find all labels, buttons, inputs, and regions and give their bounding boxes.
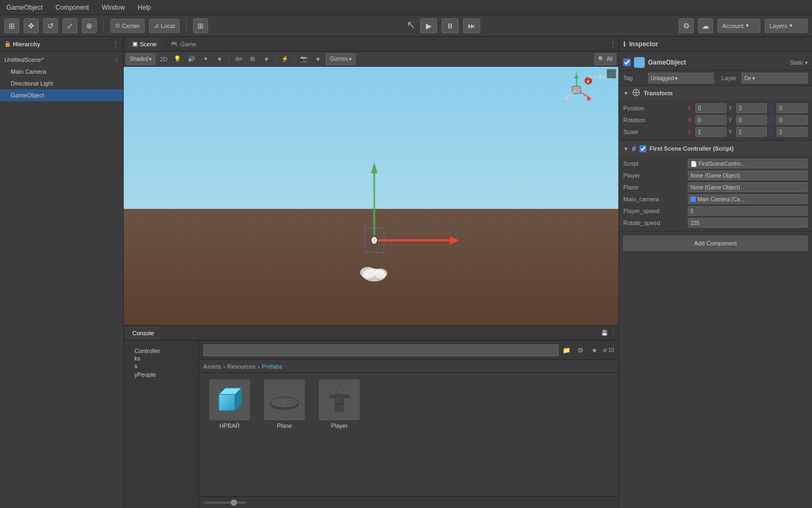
gizmos-btn[interactable]: Gizmos ▾ (326, 53, 355, 65)
rotatespeed-prop-val[interactable]: 235 (688, 218, 808, 228)
cloud-btn[interactable]: ☁ (698, 18, 713, 33)
scene-panel-menu[interactable]: ⋮ (610, 40, 616, 48)
asset-item-plane[interactable]: Plane (260, 379, 309, 429)
plane-prop-val[interactable]: None (Game Object) (688, 182, 808, 192)
grid2-btn[interactable]: ▼ (260, 53, 272, 65)
hierarchy-item-gameobject[interactable]: GameObject (0, 89, 123, 101)
pos-x-val[interactable]: 0 (695, 103, 726, 113)
pos-y-val[interactable]: 3 (736, 103, 767, 113)
rot-y-val[interactable]: 0 (736, 115, 767, 125)
menu-component[interactable]: Component (53, 3, 91, 12)
menubar: GameObject Component Window Help (0, 0, 812, 15)
search-container: 🔍 All (594, 53, 616, 65)
step-btn[interactable]: ⏭ (463, 18, 480, 33)
layers-dropdown[interactable]: Layers ▾ (765, 19, 808, 33)
scene-menu[interactable]: ⋮ (113, 57, 119, 63)
pos-z-val[interactable]: 0 (777, 103, 808, 113)
tool-rect[interactable]: ⊕ (82, 18, 97, 33)
shading-chevron: ▾ (149, 56, 152, 62)
pivot-btn[interactable]: ⊙ Center (110, 19, 145, 33)
tool-scale[interactable]: ⤢ (62, 18, 77, 33)
player-prop-label: Player (623, 172, 688, 179)
script-active-checkbox[interactable] (639, 145, 646, 152)
menu-help[interactable]: Help (136, 3, 153, 12)
svg-rect-29 (335, 394, 344, 404)
script-section: ▼ # First Scene Controller (Script) Scri… (619, 142, 812, 231)
camera-btn[interactable]: 📷 (298, 53, 310, 65)
console-save-icon[interactable]: 💾 (601, 330, 608, 336)
script-header[interactable]: ▼ # First Scene Controller (Script) (619, 142, 812, 156)
tag-dropdown[interactable]: Untagged ▾ (648, 73, 714, 83)
rot-x-val[interactable]: 0 (695, 115, 726, 125)
physics-btn[interactable]: ⚡ (279, 53, 291, 65)
effect-toggle-btn[interactable]: ✦ (200, 53, 211, 65)
services-btn[interactable]: ⚙ (679, 18, 694, 33)
maincamera-prop-val[interactable]: Main Camera (Ca... (688, 194, 808, 204)
scale-x-field: X 1 (688, 127, 726, 137)
breadcrumb-resources[interactable]: Resources (227, 363, 256, 370)
rot-z-val[interactable]: 0 (777, 115, 808, 125)
hierarchy-menu-icon[interactable]: ⋮ (112, 40, 119, 48)
scene-tb-sep1 (229, 55, 229, 64)
assets-zoom-slider[interactable] (203, 502, 246, 504)
tag-label: Tag (623, 75, 645, 81)
scale-z-val[interactable]: 1 (777, 127, 808, 137)
bottom-left-ypeople[interactable]: yPeople (128, 371, 194, 378)
tab-scene[interactable]: ▣ Scene (126, 38, 163, 51)
2d-btn[interactable]: 2D (158, 53, 169, 65)
hidden-lines-btn[interactable]: ⊘ 0 (232, 53, 244, 65)
menu-window[interactable]: Window (99, 3, 127, 12)
pos-x-label: X (688, 105, 694, 111)
tool-move[interactable]: ✥ (24, 18, 39, 33)
bottom-left-s[interactable]: s (128, 362, 194, 370)
gizmos-chevron: ▾ (349, 56, 352, 62)
hierarchy-item-light[interactable]: Directional Light (0, 77, 123, 89)
bottom-left-ks[interactable]: ks (128, 355, 194, 362)
shading-dropdown[interactable]: Shaded ▾ (126, 53, 155, 65)
tab-console[interactable]: Console (126, 327, 160, 340)
assets-new-folder-btn[interactable]: 📁 (561, 344, 573, 356)
space-btn[interactable]: ⊿ Local (149, 19, 180, 33)
scale-y-val[interactable]: 1 (736, 127, 767, 137)
grid-btn[interactable]: ⊞ (246, 53, 258, 65)
tool-rotate[interactable]: ↺ (43, 18, 58, 33)
asset-item-hpbar[interactable]: HPBAR (205, 379, 254, 429)
tool-view[interactable]: ⊞ (4, 18, 19, 33)
console-menu-icon[interactable]: ⋮ (611, 330, 616, 336)
bottom-left-controller[interactable]: Controller (128, 347, 194, 355)
assets-settings-btn[interactable]: ⚙ (575, 344, 587, 356)
breadcrumb-assets[interactable]: Assets (203, 363, 221, 370)
account-dropdown[interactable]: Account ▾ (717, 19, 760, 33)
layer-dropdown[interactable]: De ▾ (742, 73, 808, 83)
menu-gameobject[interactable]: GameObject (4, 3, 45, 12)
gameobject-active-checkbox[interactable] (623, 59, 631, 66)
asset-item-player[interactable]: Player (315, 379, 364, 429)
center-wrapper: ▣ Scene 🎮 Game ⋮ Shaded ▾ 2D 💡 (124, 37, 618, 508)
sky-toggle-btn[interactable]: ▼ (213, 53, 225, 65)
viewport-corner-btn[interactable]: □ (607, 69, 616, 79)
add-component-btn[interactable]: Add Component (623, 236, 808, 251)
transform-header[interactable]: ▼ Transform (619, 86, 812, 100)
center-icon: ⊙ (115, 22, 120, 29)
back-icon: ≡ (588, 73, 592, 81)
hierarchy-item-camera[interactable]: Main Camera (0, 66, 123, 77)
light-toggle-btn[interactable]: 💡 (172, 53, 183, 65)
center-area: ▣ Scene 🎮 Game ⋮ Shaded ▾ 2D 💡 (124, 37, 618, 325)
rotation-y-field: Y 0 (729, 115, 767, 125)
rect-tool-btn[interactable]: ⊞ (193, 18, 208, 33)
cam-dropdown[interactable]: ▼ (312, 53, 324, 65)
playerspeed-prop-val[interactable]: 5 (688, 206, 808, 216)
assets-favorite-btn[interactable]: ★ (589, 344, 601, 356)
assets-search-input[interactable] (203, 344, 559, 356)
audio-toggle-btn[interactable]: 🔊 (186, 53, 197, 65)
search-icon: 🔍 (598, 56, 604, 62)
camera-color-swatch (690, 196, 696, 202)
player-prop-val[interactable]: None (Game Object) (688, 171, 808, 180)
scene-viewport[interactable]: y x ≡ (124, 67, 618, 325)
scale-x-val[interactable]: 1 (695, 127, 726, 137)
hierarchy-item-scene[interactable]: UntitledScene* ⋮ (0, 54, 123, 66)
tab-game[interactable]: 🎮 Game (164, 38, 203, 51)
breadcrumb-prefabs[interactable]: Prefabs (262, 363, 282, 370)
play-btn[interactable]: ▶ (420, 18, 437, 33)
pause-btn[interactable]: ⏸ (441, 18, 459, 33)
